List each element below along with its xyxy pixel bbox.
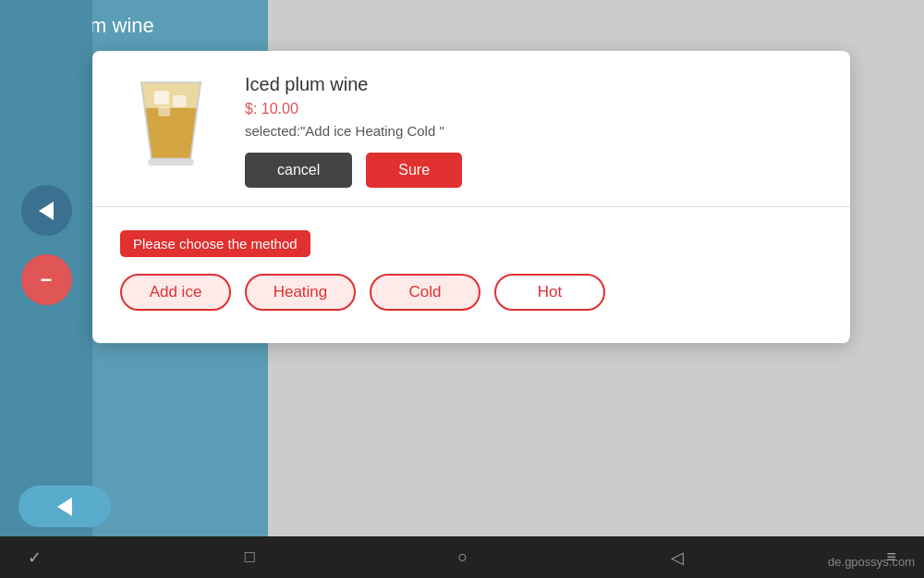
method-options: Add ice Heating Cold Hot <box>120 274 822 311</box>
svg-rect-6 <box>148 159 194 166</box>
android-nav-bar: ✓ □ ○ ◁ ≡ de.gpossys.com <box>0 536 924 578</box>
product-dialog: Iced plum wine $: 10.00 selected:"Add ic… <box>92 51 850 343</box>
method-section: Please choose the method Add ice Heating… <box>120 226 822 311</box>
minus-button[interactable]: − <box>21 254 72 305</box>
price-value: 10.00 <box>261 101 298 117</box>
nav-triangle[interactable]: ◁ <box>671 547 684 568</box>
minus-icon: − <box>41 270 53 290</box>
nav-square[interactable]: □ <box>245 547 255 567</box>
left-sidebar: − <box>0 0 92 536</box>
method-label: Please choose the method <box>120 230 310 257</box>
method-option-cold[interactable]: Cold <box>370 274 480 311</box>
sure-button[interactable]: Sure <box>366 153 462 188</box>
method-option-add-ice[interactable]: Add ice <box>120 274 231 311</box>
back-button[interactable] <box>21 185 72 236</box>
back-arrow-icon <box>39 202 54 220</box>
svg-rect-4 <box>158 106 170 117</box>
method-option-hot[interactable]: Hot <box>494 274 605 311</box>
bottom-back-arrow-icon <box>57 498 72 516</box>
dialog-buttons: cancel Sure <box>245 153 822 188</box>
svg-rect-2 <box>154 91 170 105</box>
product-price: $: 10.00 <box>245 101 822 117</box>
dialog-header: Iced plum wine $: 10.00 selected:"Add ic… <box>120 74 822 188</box>
nav-check[interactable]: ✓ <box>28 547 42 568</box>
product-info: Iced plum wine $: 10.00 selected:"Add ic… <box>245 74 822 188</box>
product-image <box>120 74 222 176</box>
svg-rect-3 <box>173 95 187 107</box>
dialog-divider <box>92 206 850 207</box>
method-option-heating[interactable]: Heating <box>245 274 356 311</box>
product-name: Iced plum wine <box>245 74 822 95</box>
bottom-back-button[interactable] <box>18 486 111 527</box>
watermark: de.gpossys.com <box>828 555 915 569</box>
svg-marker-1 <box>146 108 197 159</box>
price-label: $: <box>245 101 257 117</box>
cancel-button[interactable]: cancel <box>245 153 352 188</box>
product-selected-text: selected:"Add ice Heating Cold " <box>245 123 822 139</box>
nav-circle[interactable]: ○ <box>457 547 468 567</box>
